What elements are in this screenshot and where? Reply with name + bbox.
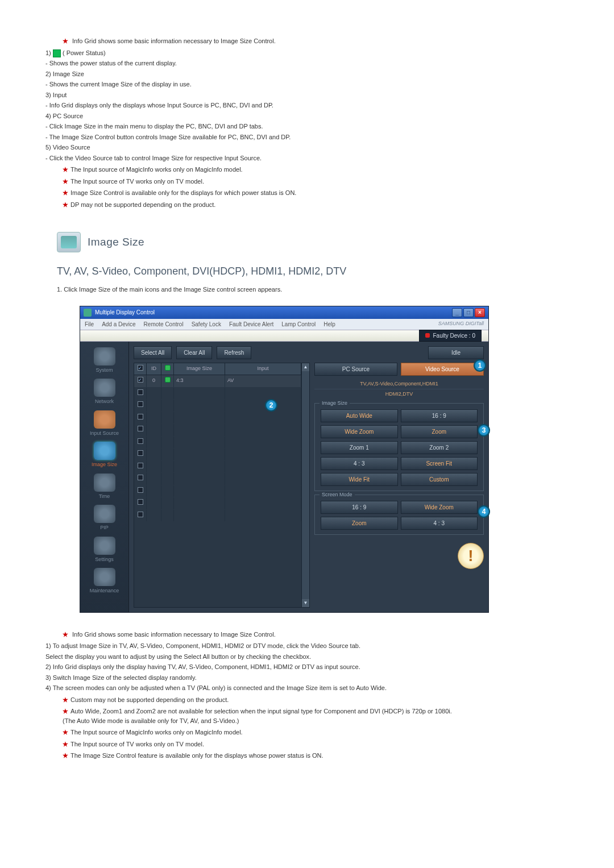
star-icon: ★ [63,695,70,705]
close-button[interactable]: × [475,308,485,317]
menu-add-device[interactable]: Add a Device [102,320,135,329]
top-item-3-sub: - Info Grid displays only the displays w… [45,101,569,110]
btn-4-3[interactable]: 4 : 3 [321,457,398,470]
source-modes-label-1: TV,AV,S-Video,Component,HDMI1 [314,379,484,390]
menu-fault-alert[interactable]: Fault Device Alert [229,320,273,329]
btn-zoom-2[interactable]: Zoom 2 [401,441,478,454]
clear-all-button[interactable]: Clear All [176,346,212,359]
faulty-strip: Faulty Device : 0 [80,330,488,342]
header-id[interactable]: ID [147,363,161,375]
tab-pc-source[interactable]: PC Source [314,363,397,376]
maximize-button[interactable]: □ [463,308,474,317]
select-all-button[interactable]: Select All [134,346,172,359]
grid-row-empty[interactable] [134,461,301,474]
star-icon: ★ [63,740,70,749]
idle-button[interactable]: Idle [428,346,484,359]
sidebar-item-image-size[interactable]: Image Size [85,442,125,469]
grid-row-empty[interactable] [134,510,301,522]
star-icon: ★ [63,751,70,761]
top-item-5-sub: - Click the Video Source tab to control … [45,153,569,163]
star-icon: ★ [63,188,70,198]
scroll-up-icon[interactable]: ▲ [302,363,309,371]
header-checkbox[interactable] [138,365,143,371]
bottom-item-4: 4) The screen modes can only be adjusted… [45,683,569,693]
minimize-button[interactable]: _ [452,308,462,317]
faulty-led-icon [425,333,430,338]
bottom-star-1: ★Custom may not be supported depending o… [63,695,569,705]
btn-16-9[interactable]: 16 : 9 [401,409,478,422]
scroll-down-icon[interactable]: ▼ [302,599,309,607]
section-icon [57,232,81,252]
screen-mode-group-title: Screen Mode [320,491,355,499]
btn-auto-wide[interactable]: Auto Wide [321,409,398,422]
bottom-info-note: ★ Info Grid shows some basic information… [63,630,569,639]
row-power-icon [161,375,174,387]
btn-custom[interactable]: Custom [401,473,478,486]
btn-sm-wide-zoom[interactable]: Wide Zoom [401,501,478,514]
menu-remote-control[interactable]: Remote Control [144,320,184,329]
btn-screen-fit[interactable]: Screen Fit [401,457,478,470]
menu-safety-lock[interactable]: Safety Lock [192,320,221,329]
top-star-3: ★Image Size Control is available only fo… [63,188,569,198]
refresh-button[interactable]: Refresh [217,346,251,359]
power-status-icon [53,49,61,57]
btn-wide-zoom[interactable]: Wide Zoom [321,425,398,438]
bottom-item-1-line2: Select the display you want to adjust by… [45,652,569,662]
grid-row-empty[interactable] [134,437,301,449]
header-image-size[interactable]: Image Size [174,363,225,375]
btn-sm-16-9[interactable]: 16 : 9 [321,501,398,514]
alert-icon: ! [458,543,484,569]
menu-lamp-control[interactable]: Lamp Control [281,320,316,329]
btn-wide-fit[interactable]: Wide Fit [321,473,398,486]
top-item-1-sub: - Shows the power status of the current … [45,59,569,68]
menu-file[interactable]: File [85,320,94,329]
body-line-1: 1. Click Image Size of the main icons an… [57,285,569,294]
grid-row-empty[interactable] [134,473,301,485]
grid-row-empty[interactable] [134,424,301,437]
star-icon: ★ [63,36,70,46]
star-icon: ★ [63,707,70,716]
app-icon [84,309,92,317]
faulty-device-text: Faulty Device : 0 [433,331,475,340]
grid-row-empty[interactable] [134,388,301,400]
row-image-size: 4:3 [174,375,225,387]
top-item-2: 2) Image Size [45,69,569,79]
sidebar-item-network[interactable]: Network [85,379,125,406]
section-title-text: Image Size [88,234,144,251]
header-input[interactable]: Input [225,363,301,375]
row-input: AV [225,375,301,387]
grid-header: ID Image Size Input [134,363,301,376]
btn-sm-zoom[interactable]: Zoom [321,517,398,530]
btn-zoom[interactable]: Zoom [401,425,478,438]
star-icon: ★ [63,177,70,186]
top-item-4-sub-1: - Click Image Size in the main menu to d… [45,122,569,131]
tab-video-source[interactable]: Video Source [401,363,484,376]
subsection-title: TV, AV, S-Video, Component, DVI(HDCP), H… [57,264,569,279]
sidebar-item-settings[interactable]: Settings [85,537,125,564]
grid-row-empty[interactable] [134,412,301,425]
btn-sm-4-3[interactable]: 4 : 3 [401,517,478,530]
sidebar-item-input-source[interactable]: Input Source [85,410,125,438]
sidebar-item-maintenance[interactable]: Maintenance [85,568,125,595]
grid-row-empty[interactable] [134,497,301,510]
menu-help[interactable]: Help [323,320,335,329]
row-checkbox[interactable] [138,377,143,383]
top-item-1: 1) ( Power Status) [45,48,569,58]
sidebar-item-pip[interactable]: PIP [85,505,125,532]
grid-row-empty[interactable] [134,485,301,498]
callout-4: 4 [478,505,490,518]
faulty-device-indicator[interactable]: Faulty Device : 0 [419,330,482,342]
sidebar-item-time[interactable]: Time [85,474,125,501]
grid-scrollbar[interactable]: ▲ ▼ [301,363,309,607]
section-image-size: Image Size [57,232,569,252]
image-size-group-title: Image Size [320,400,350,408]
sidebar-item-system[interactable]: System [85,347,125,375]
grid-row-0[interactable]: 0 4:3 AV [134,375,301,388]
bottom-star-2: ★Auto Wide, Zoom1 and Zoom2 are not avai… [63,707,569,725]
titlebar: Multiple Display Control _ □ × [80,306,488,319]
grid-row-empty[interactable] [134,448,301,461]
btn-zoom-1[interactable]: Zoom 1 [321,441,398,454]
top-item-4-sub-2: - The Image Size Control button controls… [45,132,569,142]
top-info-note: ★ Info Grid shows some basic information… [63,36,569,46]
top-item-2-sub: - Shows the current Image Size of the di… [45,80,569,89]
